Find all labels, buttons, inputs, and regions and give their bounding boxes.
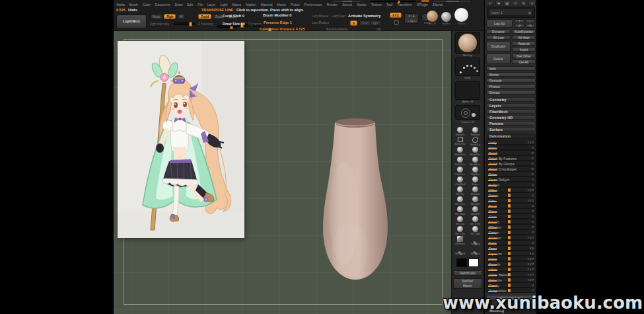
slider-axis-flags[interactable]: x y z	[528, 188, 534, 192]
palette-icon[interactable]: ✚	[495, 1, 503, 5]
slider-handle[interactable]	[508, 194, 511, 197]
menu-item[interactable]: Layer	[207, 3, 216, 7]
current-texture-thumb[interactable]	[455, 105, 480, 120]
palette-section-header[interactable]: Geometry	[486, 97, 536, 102]
palette-icon[interactable]: ▦	[503, 1, 511, 5]
slider-handle[interactable]	[508, 188, 511, 192]
menu-item[interactable]: Movie	[277, 3, 286, 7]
brush-thumb[interactable]: MaskLas	[468, 156, 483, 166]
slider-axis-flags[interactable]: x y z	[528, 236, 534, 239]
menu-item[interactable]: Marker	[246, 3, 256, 7]
slider-handle[interactable]	[189, 22, 192, 26]
paint-mode-button[interactable]: Rgb	[164, 14, 176, 19]
material-sphere-icon[interactable]	[427, 11, 438, 22]
slider-axis-flags[interactable]: z	[532, 210, 534, 213]
deformation-slider[interactable]: Spherize x y z	[486, 277, 536, 282]
material-sphere-icon[interactable]	[454, 8, 468, 22]
brush-thumb[interactable]: SK_Cla	[452, 216, 468, 225]
slider-axis-flags[interactable]: y	[532, 194, 534, 197]
brush-thumb[interactable]: Smooth	[452, 126, 468, 136]
material-sphere-icon[interactable]	[441, 12, 451, 22]
subtool-list-item[interactable]: Layer 1 ◉	[489, 9, 533, 16]
deformation-slider[interactable]: Inflate Balloon x y z	[486, 272, 536, 277]
brush-thumb[interactable]: SK_Fur	[452, 186, 468, 196]
slider-axis-flags[interactable]: x y	[530, 247, 534, 250]
brush-thumb[interactable]: SelectLa	[468, 136, 483, 146]
slider-axis-flags[interactable]: x	[532, 220, 534, 223]
deformation-slider[interactable]: Unify x y z	[486, 139, 536, 145]
slider-axis-flags[interactable]: ⊙	[531, 173, 534, 176]
brush-thumb[interactable]: SelectRe	[452, 136, 468, 146]
slider-handle[interactable]	[508, 210, 511, 213]
list-all-button[interactable]: List All	[486, 19, 513, 28]
palette-icon[interactable]: ✕	[528, 1, 536, 5]
slider-axis-flags[interactable]: x	[532, 183, 534, 186]
all-high-button[interactable]: All High	[512, 35, 536, 40]
palette-icon[interactable]: ↺	[512, 1, 519, 5]
sculpt-mesh[interactable]	[314, 114, 397, 288]
menu-item[interactable]: Draw	[175, 3, 183, 7]
palette-section-header[interactable]: Preview	[486, 121, 536, 126]
brush-thumb[interactable]: SK_Slas	[452, 206, 468, 216]
slider-handle[interactable]	[508, 199, 511, 202]
xyz-symmetry-button[interactable]: XYZ	[390, 13, 402, 18]
brush-thumb[interactable]: MoveB	[468, 206, 483, 216]
subtool-arrow-button[interactable]: ↑	[515, 19, 524, 23]
slider-axis-flags[interactable]: ⊙	[531, 167, 534, 171]
menu-item[interactable]: Stroke	[357, 3, 366, 7]
current-stroke-thumb[interactable]	[455, 58, 480, 76]
slider-handle[interactable]	[508, 231, 511, 234]
deformation-slider[interactable]: Squeeze x y	[486, 251, 536, 256]
deformation-slider[interactable]: Taper x y	[486, 245, 536, 251]
deformation-slider[interactable]: Noise x y z	[486, 256, 536, 261]
slider-handle[interactable]	[508, 257, 511, 260]
deformation-slider[interactable]: Offset x y z	[486, 187, 536, 192]
deformation-slider[interactable]: Size x y z	[486, 198, 536, 203]
rename-button[interactable]: Rename	[486, 29, 511, 34]
current-alpha-thumb[interactable]	[455, 81, 480, 100]
del-all-button[interactable]: Del All	[512, 59, 536, 64]
append-button[interactable]: Append	[512, 41, 536, 46]
slider-handle[interactable]	[508, 289, 511, 292]
menu-item[interactable]: Transform	[397, 3, 412, 7]
all-low-button[interactable]: All Low	[486, 35, 511, 40]
deformation-slider[interactable]: Shear z	[486, 208, 536, 214]
palette-section-header[interactable]: Geometry HD	[486, 115, 536, 120]
palette-icon[interactable]: ◐	[487, 1, 494, 5]
subtool-list[interactable]: Layer 1 ◉	[487, 7, 535, 18]
menu-item[interactable]: ZScript	[433, 3, 443, 7]
deformation-header[interactable]: Deformation	[486, 134, 536, 139]
material-preset[interactable]: BasMat	[441, 12, 451, 25]
lazymouse-label[interactable]: LazyMouse	[312, 14, 329, 18]
del-other-button[interactable]: Del Other	[512, 54, 536, 58]
menu-item[interactable]: Stencil	[342, 3, 352, 7]
activate-symmetry-label[interactable]: Activate Symmetry	[348, 14, 381, 18]
subtool-action-button[interactable]: Merge	[486, 72, 536, 77]
brush-thumb[interactable]: Move	[468, 176, 483, 186]
menu-item[interactable]: Texture	[371, 3, 382, 7]
lazyradius-label[interactable]: LazyRadius	[312, 20, 329, 24]
dynamic-label[interactable]: Dynamic	[248, 22, 261, 26]
palette-icon[interactable]: ⇅	[520, 1, 528, 5]
brush-thumb[interactable]: MoveEl	[468, 196, 483, 206]
subtool-action-button[interactable]: Project	[486, 84, 536, 89]
slider-axis-flags[interactable]: x y z	[528, 262, 534, 266]
deformation-slider[interactable]: Rotate y	[486, 192, 536, 198]
subtool-arrow-button[interactable]: ↷	[525, 24, 535, 28]
palette-section-header[interactable]: Layers	[486, 103, 536, 108]
brush-thumb[interactable]: ClayBuil	[452, 176, 468, 186]
slider-axis-flags[interactable]: x y z	[528, 273, 534, 276]
deformation-slider[interactable]: Polish ⊙	[486, 150, 536, 155]
rgb-intensity-slider[interactable]	[174, 22, 195, 25]
brush-thumb[interactable]: Topolog	[468, 235, 483, 245]
slider-axis-flags[interactable]: z	[532, 225, 534, 229]
subtool-action-button[interactable]: Extract	[486, 90, 536, 95]
main-color-swatch[interactable]	[456, 258, 467, 267]
deformation-slider[interactable]: Inflate x y z	[486, 266, 536, 272]
brush-thumb[interactable]: Smooth	[468, 126, 483, 136]
deformation-slider[interactable]: Polish By Features ⊙	[486, 155, 536, 161]
material-preset[interactable]: Arc_M	[427, 11, 438, 25]
slider-axis-flags[interactable]: x y z	[528, 199, 534, 202]
switch-color-button[interactable]: SwitchColor	[453, 270, 482, 276]
brush-thumb[interactable]: ZRemes	[452, 235, 468, 245]
